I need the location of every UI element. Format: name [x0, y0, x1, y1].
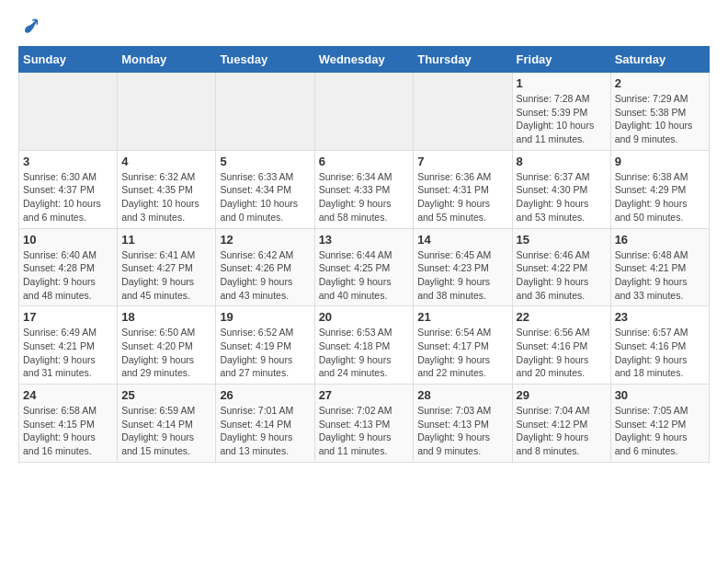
- day-number: 13: [319, 233, 410, 247]
- calendar-cell: 30Sunrise: 7:05 AM Sunset: 4:12 PM Dayli…: [610, 385, 709, 463]
- calendar-week-row: 1Sunrise: 7:28 AM Sunset: 5:39 PM Daylig…: [19, 73, 710, 151]
- calendar-cell: 13Sunrise: 6:44 AM Sunset: 4:25 PM Dayli…: [314, 228, 414, 306]
- calendar-cell: 16Sunrise: 6:48 AM Sunset: 4:21 PM Dayli…: [610, 228, 709, 306]
- calendar-header-saturday: Saturday: [610, 47, 709, 73]
- calendar-cell: 12Sunrise: 6:42 AM Sunset: 4:26 PM Dayli…: [216, 228, 314, 306]
- day-number: 2: [615, 76, 705, 90]
- day-info-text: Sunrise: 6:41 AM Sunset: 4:27 PM Dayligh…: [121, 248, 211, 303]
- calendar-header-sunday: Sunday: [19, 47, 118, 73]
- day-number: 24: [23, 388, 113, 402]
- day-info-text: Sunrise: 6:44 AM Sunset: 4:25 PM Dayligh…: [319, 248, 410, 303]
- day-info-text: Sunrise: 6:37 AM Sunset: 4:30 PM Dayligh…: [517, 170, 607, 224]
- day-info-text: Sunrise: 6:54 AM Sunset: 4:17 PM Dayligh…: [417, 326, 507, 380]
- day-info-text: Sunrise: 6:52 AM Sunset: 4:19 PM Dayligh…: [220, 326, 310, 380]
- day-number: 23: [615, 310, 705, 324]
- calendar-cell: 10Sunrise: 6:40 AM Sunset: 4:28 PM Dayli…: [19, 228, 118, 306]
- calendar-header-row: SundayMondayTuesdayWednesdayThursdayFrid…: [19, 47, 710, 73]
- day-info-text: Sunrise: 7:03 AM Sunset: 4:13 PM Dayligh…: [417, 404, 507, 458]
- calendar-cell: 22Sunrise: 6:56 AM Sunset: 4:16 PM Dayli…: [512, 306, 610, 385]
- calendar-cell: 29Sunrise: 7:04 AM Sunset: 4:12 PM Dayli…: [512, 385, 610, 463]
- day-number: 1: [517, 76, 607, 90]
- day-number: 9: [615, 155, 705, 168]
- logo: [18, 18, 39, 37]
- logo-bird-icon: [20, 18, 39, 37]
- calendar-body: 1Sunrise: 7:28 AM Sunset: 5:39 PM Daylig…: [19, 73, 710, 463]
- calendar-header-friday: Friday: [512, 47, 610, 73]
- calendar-cell: 21Sunrise: 6:54 AM Sunset: 4:17 PM Dayli…: [414, 306, 512, 385]
- day-info-text: Sunrise: 6:48 AM Sunset: 4:21 PM Dayligh…: [615, 248, 705, 303]
- calendar-cell: 7Sunrise: 6:36 AM Sunset: 4:31 PM Daylig…: [414, 150, 512, 228]
- day-info-text: Sunrise: 6:42 AM Sunset: 4:26 PM Dayligh…: [220, 248, 310, 303]
- calendar-cell: 28Sunrise: 7:03 AM Sunset: 4:13 PM Dayli…: [414, 385, 512, 463]
- day-info-text: Sunrise: 7:02 AM Sunset: 4:13 PM Dayligh…: [319, 404, 410, 458]
- calendar-cell: [314, 73, 414, 151]
- day-info-text: Sunrise: 6:45 AM Sunset: 4:23 PM Dayligh…: [417, 248, 507, 303]
- calendar-cell: [19, 73, 118, 151]
- day-number: 27: [319, 388, 410, 402]
- day-number: 26: [220, 388, 310, 402]
- calendar-week-row: 17Sunrise: 6:49 AM Sunset: 4:21 PM Dayli…: [19, 306, 710, 385]
- calendar-cell: 17Sunrise: 6:49 AM Sunset: 4:21 PM Dayli…: [19, 306, 118, 385]
- day-number: 7: [417, 155, 507, 168]
- day-info-text: Sunrise: 7:28 AM Sunset: 5:39 PM Dayligh…: [517, 92, 607, 146]
- page-header: [18, 18, 710, 37]
- day-info-text: Sunrise: 7:05 AM Sunset: 4:12 PM Dayligh…: [615, 404, 705, 458]
- calendar-header-tuesday: Tuesday: [216, 47, 314, 73]
- calendar-week-row: 24Sunrise: 6:58 AM Sunset: 4:15 PM Dayli…: [19, 385, 710, 463]
- day-info-text: Sunrise: 6:56 AM Sunset: 4:16 PM Dayligh…: [517, 326, 607, 380]
- day-info-text: Sunrise: 6:53 AM Sunset: 4:18 PM Dayligh…: [319, 326, 410, 380]
- day-number: 21: [417, 310, 507, 324]
- calendar-cell: 18Sunrise: 6:50 AM Sunset: 4:20 PM Dayli…: [118, 306, 216, 385]
- day-number: 25: [121, 388, 211, 402]
- calendar-table: SundayMondayTuesdayWednesdayThursdayFrid…: [18, 46, 710, 463]
- day-number: 28: [417, 388, 507, 402]
- day-info-text: Sunrise: 6:50 AM Sunset: 4:20 PM Dayligh…: [121, 326, 211, 380]
- day-info-text: Sunrise: 6:59 AM Sunset: 4:14 PM Dayligh…: [121, 404, 211, 458]
- day-number: 5: [220, 155, 310, 168]
- day-number: 22: [517, 310, 607, 324]
- calendar-header-wednesday: Wednesday: [314, 47, 414, 73]
- calendar-cell: 14Sunrise: 6:45 AM Sunset: 4:23 PM Dayli…: [414, 228, 512, 306]
- calendar-cell: 19Sunrise: 6:52 AM Sunset: 4:19 PM Dayli…: [216, 306, 314, 385]
- calendar-cell: 8Sunrise: 6:37 AM Sunset: 4:30 PM Daylig…: [512, 150, 610, 228]
- day-info-text: Sunrise: 6:46 AM Sunset: 4:22 PM Dayligh…: [517, 248, 607, 303]
- calendar-header-thursday: Thursday: [414, 47, 512, 73]
- day-number: 6: [319, 155, 410, 168]
- calendar-week-row: 10Sunrise: 6:40 AM Sunset: 4:28 PM Dayli…: [19, 228, 710, 306]
- day-info-text: Sunrise: 7:01 AM Sunset: 4:14 PM Dayligh…: [220, 404, 310, 458]
- day-number: 14: [417, 233, 507, 247]
- day-number: 17: [23, 310, 113, 324]
- day-info-text: Sunrise: 6:34 AM Sunset: 4:33 PM Dayligh…: [319, 170, 410, 224]
- day-info-text: Sunrise: 6:58 AM Sunset: 4:15 PM Dayligh…: [23, 404, 113, 458]
- calendar-cell: 23Sunrise: 6:57 AM Sunset: 4:16 PM Dayli…: [610, 306, 709, 385]
- calendar-cell: 20Sunrise: 6:53 AM Sunset: 4:18 PM Dayli…: [314, 306, 414, 385]
- calendar-cell: 25Sunrise: 6:59 AM Sunset: 4:14 PM Dayli…: [118, 385, 216, 463]
- calendar-cell: 6Sunrise: 6:34 AM Sunset: 4:33 PM Daylig…: [314, 150, 414, 228]
- calendar-cell: 24Sunrise: 6:58 AM Sunset: 4:15 PM Dayli…: [19, 385, 118, 463]
- calendar-cell: 3Sunrise: 6:30 AM Sunset: 4:37 PM Daylig…: [19, 150, 118, 228]
- day-info-text: Sunrise: 7:29 AM Sunset: 5:38 PM Dayligh…: [615, 92, 705, 146]
- calendar-cell: 2Sunrise: 7:29 AM Sunset: 5:38 PM Daylig…: [610, 73, 709, 151]
- day-info-text: Sunrise: 6:32 AM Sunset: 4:35 PM Dayligh…: [121, 170, 211, 224]
- day-info-text: Sunrise: 6:36 AM Sunset: 4:31 PM Dayligh…: [417, 170, 507, 224]
- calendar-cell: 4Sunrise: 6:32 AM Sunset: 4:35 PM Daylig…: [118, 150, 216, 228]
- day-info-text: Sunrise: 6:49 AM Sunset: 4:21 PM Dayligh…: [23, 326, 113, 380]
- day-number: 20: [319, 310, 410, 324]
- day-number: 19: [220, 310, 310, 324]
- day-number: 8: [517, 155, 607, 168]
- day-number: 18: [121, 310, 211, 324]
- day-number: 15: [517, 233, 607, 247]
- calendar-week-row: 3Sunrise: 6:30 AM Sunset: 4:37 PM Daylig…: [19, 150, 710, 228]
- calendar-cell: [414, 73, 512, 151]
- calendar-cell: 1Sunrise: 7:28 AM Sunset: 5:39 PM Daylig…: [512, 73, 610, 151]
- calendar-cell: 26Sunrise: 7:01 AM Sunset: 4:14 PM Dayli…: [216, 385, 314, 463]
- calendar-header-monday: Monday: [118, 47, 216, 73]
- day-number: 12: [220, 233, 310, 247]
- calendar-cell: 9Sunrise: 6:38 AM Sunset: 4:29 PM Daylig…: [610, 150, 709, 228]
- calendar-cell: 11Sunrise: 6:41 AM Sunset: 4:27 PM Dayli…: [118, 228, 216, 306]
- day-info-text: Sunrise: 6:33 AM Sunset: 4:34 PM Dayligh…: [220, 170, 310, 224]
- day-number: 4: [121, 155, 211, 168]
- day-number: 10: [23, 233, 113, 247]
- day-info-text: Sunrise: 6:38 AM Sunset: 4:29 PM Dayligh…: [615, 170, 705, 224]
- day-number: 16: [615, 233, 705, 247]
